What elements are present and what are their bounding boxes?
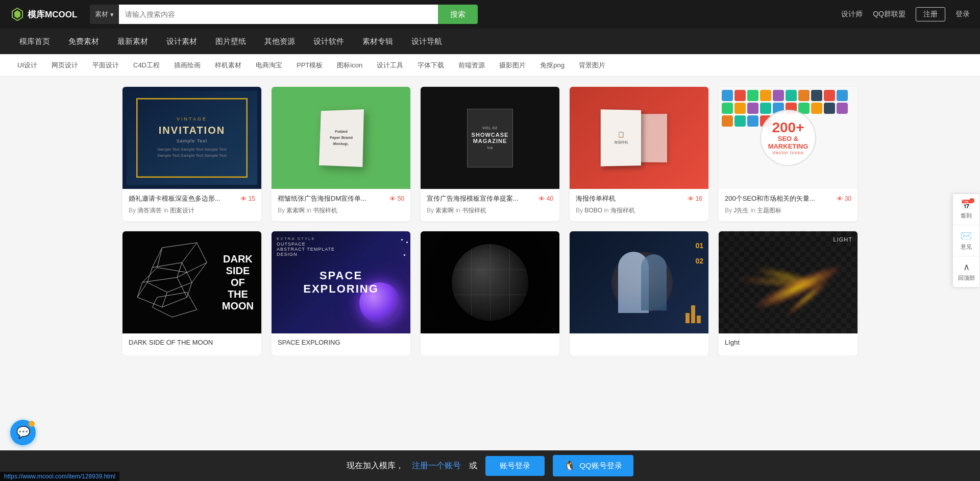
login-button[interactable]: 登录 bbox=[955, 10, 970, 19]
nav-free[interactable]: 免费素材 bbox=[59, 29, 108, 54]
svg-line-13 bbox=[162, 292, 167, 307]
card-4-views: 👁 16 bbox=[688, 195, 702, 203]
logo[interactable]: 模库MCOOL bbox=[10, 7, 82, 21]
card-1[interactable]: VINTAGE INVITATION Sample Text Sample Te… bbox=[122, 87, 261, 221]
designer-link[interactable]: 设计师 bbox=[841, 10, 863, 19]
svg-line-10 bbox=[142, 268, 157, 282]
card-8[interactable] bbox=[421, 231, 559, 355]
card-3-meta: By 素素啊 in 书报样机 bbox=[427, 206, 553, 215]
sub-icon[interactable]: 图标icon bbox=[330, 54, 370, 77]
card-10-title: LIght bbox=[725, 339, 851, 346]
svg-marker-2 bbox=[157, 243, 207, 272]
card-1-info: 婚礼邀请卡模板深蓝色多边形... 👁 15 By 滴答滴答 in 图案设计 bbox=[122, 189, 261, 221]
chevron-down-icon: ▾ bbox=[110, 11, 114, 18]
notification-dot bbox=[969, 198, 974, 203]
svg-marker-5 bbox=[152, 292, 197, 317]
card-1-title: 婚礼邀请卡模板深蓝色多边形... 👁 15 bbox=[129, 194, 255, 203]
sub-tool[interactable]: 设计工具 bbox=[370, 54, 410, 77]
card-5[interactable]: 200+ SEO & MARKETING Vector Icons 200个SE… bbox=[719, 87, 857, 221]
mail-icon: ✉️ bbox=[961, 230, 972, 242]
card-4-info: 海报传单样机 👁 16 By BOBO in 海报样机 bbox=[570, 189, 708, 221]
card-4-title: 海报传单样机 👁 16 bbox=[576, 194, 702, 203]
card-10[interactable]: LIGHT LIght bbox=[719, 231, 857, 355]
sub-frontend[interactable]: 前端资源 bbox=[451, 54, 492, 77]
logo-text: 模库MCOOL bbox=[28, 9, 77, 20]
nav-wallpaper[interactable]: 图片壁纸 bbox=[206, 29, 255, 54]
card-6-info: DARK SIDE OF THE MOON bbox=[122, 333, 261, 355]
card-2-info: 褶皱纸张广告海报DM宣传单... 👁 50 By 素素啊 in 书报样机 bbox=[272, 189, 410, 221]
header-nav: 设计师 QQ群联盟 注册 登录 bbox=[841, 7, 970, 21]
register-button[interactable]: 注册 bbox=[916, 7, 945, 21]
sub-cutout[interactable]: 免抠png bbox=[533, 54, 572, 77]
nav-collection[interactable]: 素材专辑 bbox=[353, 29, 402, 54]
card-3-title: 宣传广告海报模板宣传单提案... 👁 40 bbox=[427, 194, 553, 203]
main-nav: 模库首页 免费素材 最新素材 设计素材 图片壁纸 其他资源 设计软件 素材专辑 … bbox=[0, 29, 980, 54]
svg-line-7 bbox=[182, 243, 197, 262]
sub-web[interactable]: 网页设计 bbox=[44, 54, 85, 77]
card-5-meta: By J先生 in 主题图标 bbox=[725, 206, 851, 215]
card-5-title: 200个SEO和市场相关的矢量... 👁 30 bbox=[725, 194, 851, 203]
card-10-info: LIght bbox=[719, 333, 857, 355]
card-5-info: 200个SEO和市场相关的矢量... 👁 30 By J先生 in 主题图标 bbox=[719, 189, 857, 221]
sign-in-button[interactable]: 📅 签到 bbox=[953, 194, 979, 225]
card-2[interactable]: FoldedPaper BrandMockup. 褶皱纸张广告海报DM宣传单..… bbox=[272, 87, 410, 221]
card-6-title: DARK SIDE OF THE MOON bbox=[129, 339, 255, 346]
sub-flat[interactable]: 平面设计 bbox=[85, 54, 126, 77]
svg-line-6 bbox=[152, 248, 162, 268]
search-bar: 素材 ▾ 搜索 bbox=[90, 5, 478, 24]
sub-nav: UI设计 网页设计 平面设计 C4D工程 插画绘画 样机素材 电商淘宝 PPT模… bbox=[0, 54, 980, 77]
svg-line-12 bbox=[187, 282, 192, 297]
content-area: VINTAGE INVITATION Sample Text Sample Te… bbox=[112, 77, 868, 355]
logo-icon bbox=[10, 7, 24, 21]
nav-guide[interactable]: 设计导航 bbox=[402, 29, 451, 54]
nav-new[interactable]: 最新素材 bbox=[108, 29, 157, 54]
feedback-button[interactable]: ✉️ 意见 bbox=[953, 225, 979, 256]
search-type-dropdown[interactable]: 素材 ▾ bbox=[90, 5, 119, 24]
card-3-info: 宣传广告海报模板宣传单提案... 👁 40 By 素素啊 in 书报样机 bbox=[421, 189, 559, 221]
card-7[interactable]: EXTRA STYLE OUTSPACEABSTRACT TEMPLATEDES… bbox=[272, 231, 410, 355]
search-input[interactable] bbox=[119, 5, 438, 24]
sub-font[interactable]: 字体下载 bbox=[410, 54, 451, 77]
card-2-title: 褶皱纸张广告海报DM宣传单... 👁 50 bbox=[278, 194, 404, 203]
sub-mockup[interactable]: 样机素材 bbox=[208, 54, 249, 77]
search-button[interactable]: 搜索 bbox=[438, 5, 478, 24]
sub-photo[interactable]: 摄影图片 bbox=[492, 54, 533, 77]
sub-ppt[interactable]: PPT模板 bbox=[289, 54, 330, 77]
sub-illustration[interactable]: 插画绘画 bbox=[167, 54, 208, 77]
sub-ecommerce[interactable]: 电商淘宝 bbox=[249, 54, 289, 77]
cards-grid: VINTAGE INVITATION Sample Text Sample Te… bbox=[122, 87, 857, 355]
nav-home[interactable]: 模库首页 bbox=[10, 29, 59, 54]
card-3-views: 👁 40 bbox=[538, 195, 553, 203]
sub-c4d[interactable]: C4D工程 bbox=[126, 54, 167, 77]
svg-marker-3 bbox=[148, 262, 192, 292]
card-2-meta: By 素素啊 in 书报样机 bbox=[278, 206, 404, 215]
card-5-views: 👁 30 bbox=[837, 195, 851, 203]
card-7-title: SPACE EXPLORING bbox=[278, 339, 404, 346]
card-8-info bbox=[421, 333, 559, 348]
svg-line-8 bbox=[192, 262, 207, 282]
right-panel: 📅 签到 ✉️ 意见 ∧ 回顶部 bbox=[952, 194, 980, 287]
svg-line-14 bbox=[137, 282, 147, 297]
nav-other[interactable]: 其他资源 bbox=[255, 29, 304, 54]
chevron-up-icon: ∧ bbox=[963, 261, 970, 273]
card-7-info: SPACE EXPLORING bbox=[272, 333, 410, 355]
card-9-info bbox=[570, 333, 708, 348]
card-4[interactable]: 📋 海报样机 海报传单样机 👁 16 By BOBO in 海报样 bbox=[570, 87, 708, 221]
card-1-views: 👁 15 bbox=[240, 195, 255, 203]
card-2-views: 👁 50 bbox=[389, 195, 404, 203]
qq-group-link[interactable]: QQ群联盟 bbox=[873, 10, 905, 19]
sub-bg[interactable]: 背景图片 bbox=[572, 54, 612, 77]
card-9[interactable]: 01 02 bbox=[570, 231, 708, 355]
svg-marker-4 bbox=[137, 277, 187, 307]
card-4-meta: By BOBO in 海报样机 bbox=[576, 206, 702, 215]
card-6[interactable]: DARKSIDEOFTHEMOON DARK SIDE OF THE MOON bbox=[122, 231, 261, 355]
nav-design[interactable]: 设计素材 bbox=[157, 29, 206, 54]
card-1-meta: By 滴答滴答 in 图案设计 bbox=[129, 206, 255, 215]
card-3[interactable]: VOL.02 SHOWCASEMAGAZINE N⊕ 宣传广告海报模板宣传单提案… bbox=[421, 87, 559, 221]
scroll-top-button[interactable]: ∧ 回顶部 bbox=[953, 256, 979, 287]
header: 模库MCOOL 素材 ▾ 搜索 设计师 QQ群联盟 注册 登录 bbox=[0, 0, 980, 29]
svg-marker-1 bbox=[14, 10, 20, 18]
sub-ui[interactable]: UI设计 bbox=[10, 54, 44, 77]
nav-software[interactable]: 设计软件 bbox=[304, 29, 353, 54]
